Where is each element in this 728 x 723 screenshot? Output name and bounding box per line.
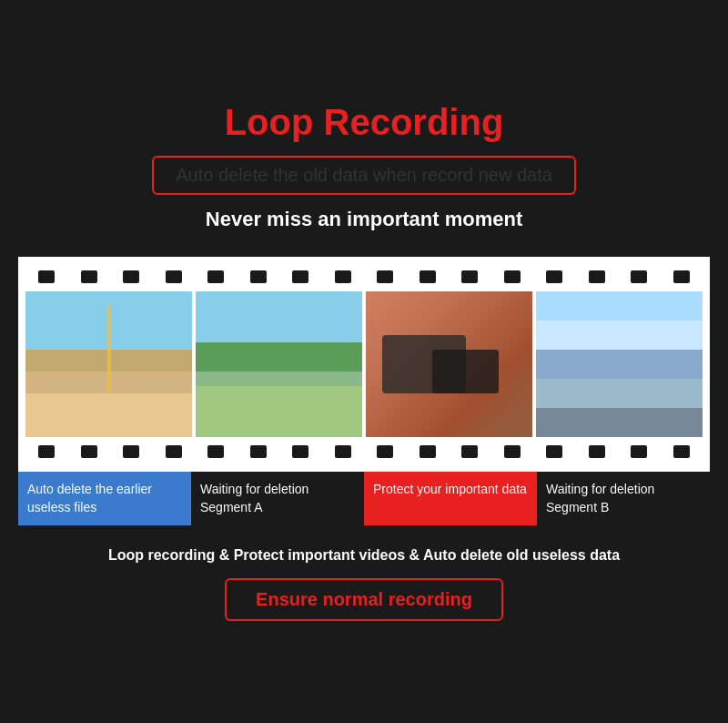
hole [589,445,605,458]
never-miss-text: Never miss an important moment [206,208,522,231]
hole [589,270,605,283]
hole [546,445,562,458]
film-image-3 [366,291,532,437]
hole [461,270,478,283]
hole [207,270,224,283]
hole [673,445,690,458]
subtitle-box: Auto delete the old data when record new… [152,156,576,195]
hole [207,445,224,458]
film-image-4 [536,291,703,437]
page-title: Loop Recording [225,102,504,143]
ensure-box: Ensure normal recording [225,578,503,621]
filmstrip-holes-top [22,268,706,286]
hole [504,445,521,458]
hole [631,445,647,458]
hole [38,270,55,283]
hole [420,270,436,283]
hole [631,270,647,283]
hole [335,270,351,283]
hole [123,270,139,283]
hole [461,445,478,458]
film-image-1 [25,291,192,437]
filmstrip [18,257,710,472]
main-container: Loop Recording Auto delete the old data … [18,102,710,621]
label-protect: Protect your important data [364,472,537,525]
hole [166,445,182,458]
hole [292,270,308,283]
hole [81,445,97,458]
subtitle-text: Auto delete the old data when record new… [176,165,552,185]
ensure-text: Ensure normal recording [256,589,472,609]
hole [250,270,267,283]
hole [420,445,436,458]
label-waiting-b: Waiting for deletion Segment B [537,472,710,525]
hole [292,445,308,458]
filmstrip-images [25,291,703,437]
labels-row: Auto delete the earlier useless files Wa… [18,472,710,525]
hole [673,270,690,283]
hole [166,270,182,283]
film-image-2 [196,291,362,437]
filmstrip-holes-bottom [22,443,706,461]
hole [123,445,139,458]
hole [377,445,393,458]
hole [546,270,562,283]
tagline-text: Loop recording & Protect important video… [108,547,620,564]
hole [504,270,521,283]
hole [377,270,393,283]
hole [38,445,55,458]
hole [335,445,351,458]
hole [250,445,267,458]
label-waiting-a: Waiting for deletion Segment A [191,472,364,525]
label-auto-delete: Auto delete the earlier useless files [18,472,191,525]
hole [81,270,97,283]
